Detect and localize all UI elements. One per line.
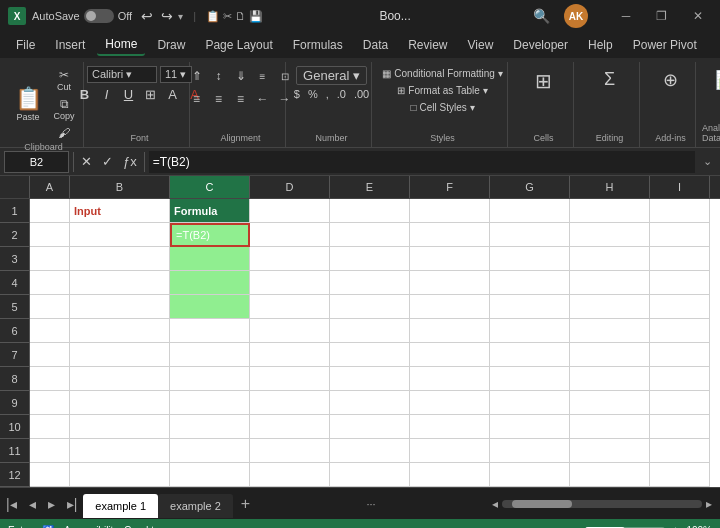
percent-button[interactable]: % <box>305 87 321 101</box>
function-wizard-button[interactable]: ƒx <box>120 154 140 169</box>
menu-draw[interactable]: Draw <box>149 35 193 55</box>
row-header-9[interactable]: 9 <box>0 391 30 415</box>
cell-a7[interactable] <box>30 343 70 367</box>
cell-c5[interactable] <box>170 295 250 319</box>
underline-button[interactable]: U <box>119 86 139 103</box>
cell-c6[interactable] <box>170 319 250 343</box>
more-commands[interactable]: ▾ <box>178 11 183 22</box>
cell-i6[interactable] <box>650 319 710 343</box>
zoom-in-button[interactable]: + <box>673 525 679 529</box>
cell-c12[interactable] <box>170 463 250 487</box>
cell-b12[interactable] <box>70 463 170 487</box>
cell-f11[interactable] <box>410 439 490 463</box>
cell-a9[interactable] <box>30 391 70 415</box>
conditional-formatting-button[interactable]: ▦ Conditional Formatting ▾ <box>377 66 507 81</box>
cell-e5[interactable] <box>330 295 410 319</box>
menu-help[interactable]: Help <box>580 35 621 55</box>
cell-e8[interactable] <box>330 367 410 391</box>
formula-expand-button[interactable]: ⌄ <box>699 155 716 168</box>
cell-i8[interactable] <box>650 367 710 391</box>
cell-d2[interactable] <box>250 223 330 247</box>
cell-d1[interactable] <box>250 199 330 223</box>
cell-d7[interactable] <box>250 343 330 367</box>
currency-button[interactable]: $ <box>291 87 303 101</box>
border-button[interactable]: ⊞ <box>141 86 161 103</box>
cell-i4[interactable] <box>650 271 710 295</box>
cell-g3[interactable] <box>490 247 570 271</box>
cell-e3[interactable] <box>330 247 410 271</box>
zoom-out-button[interactable]: − <box>571 525 577 529</box>
sheet-tab-example1[interactable]: example 1 <box>83 494 158 518</box>
row-header-12[interactable]: 12 <box>0 463 30 487</box>
cell-f9[interactable] <box>410 391 490 415</box>
menu-home[interactable]: Home <box>97 34 145 56</box>
formula-input[interactable] <box>149 151 695 173</box>
horizontal-scrollbar[interactable] <box>502 500 702 508</box>
menu-developer[interactable]: Developer <box>505 35 576 55</box>
col-header-b[interactable]: B <box>70 176 170 198</box>
cell-i11[interactable] <box>650 439 710 463</box>
col-header-e[interactable]: E <box>330 176 410 198</box>
cell-e2[interactable] <box>330 223 410 247</box>
scroll-right-button[interactable]: ▸ <box>706 497 712 511</box>
cell-a2[interactable] <box>30 223 70 247</box>
cell-a4[interactable] <box>30 271 70 295</box>
cell-h4[interactable] <box>570 271 650 295</box>
sheet-tab-example2[interactable]: example 2 <box>158 494 233 518</box>
cell-b10[interactable] <box>70 415 170 439</box>
cell-f6[interactable] <box>410 319 490 343</box>
cell-h1[interactable] <box>570 199 650 223</box>
row-header-7[interactable]: 7 <box>0 343 30 367</box>
cell-b3[interactable]: Quarter 2 <box>70 247 170 271</box>
cell-g6[interactable] <box>490 319 570 343</box>
cell-g12[interactable] <box>490 463 570 487</box>
cell-d5[interactable] <box>250 295 330 319</box>
editing-button[interactable]: Σ <box>592 66 628 93</box>
italic-button[interactable]: I <box>97 86 117 103</box>
sheet-tab-options[interactable]: ··· <box>358 498 383 510</box>
sheet-nav-prev[interactable]: ◂ <box>23 496 42 512</box>
confirm-formula-button[interactable]: ✓ <box>99 154 116 169</box>
cell-h5[interactable] <box>570 295 650 319</box>
menu-data[interactable]: Data <box>355 35 396 55</box>
cell-e7[interactable] <box>330 343 410 367</box>
menu-insert[interactable]: Insert <box>47 35 93 55</box>
cell-i12[interactable] <box>650 463 710 487</box>
scroll-left-button[interactable]: ◂ <box>492 497 498 511</box>
cell-f12[interactable] <box>410 463 490 487</box>
cell-a8[interactable] <box>30 367 70 391</box>
sheet-nav-last[interactable]: ▸| <box>61 496 84 512</box>
cell-d6[interactable] <box>250 319 330 343</box>
bold-button[interactable]: B <box>75 86 95 103</box>
cell-g4[interactable] <box>490 271 570 295</box>
cell-h10[interactable] <box>570 415 650 439</box>
cell-i5[interactable] <box>650 295 710 319</box>
menu-file[interactable]: File <box>8 35 43 55</box>
cell-h2[interactable] <box>570 223 650 247</box>
menu-view[interactable]: View <box>460 35 502 55</box>
fill-color-button[interactable]: A <box>163 86 183 103</box>
cell-a5[interactable] <box>30 295 70 319</box>
menu-page-layout[interactable]: Page Layout <box>197 35 280 55</box>
cell-a1[interactable] <box>30 199 70 223</box>
col-header-g[interactable]: G <box>490 176 570 198</box>
cell-b2[interactable]: Quarter 1 <box>70 223 170 247</box>
sheet-nav-first[interactable]: |◂ <box>0 496 23 512</box>
cell-b6[interactable] <box>70 319 170 343</box>
number-format-select[interactable]: General ▾ <box>296 66 367 85</box>
row-header-10[interactable]: 10 <box>0 415 30 439</box>
align-middle-button[interactable]: ↕ <box>209 66 229 86</box>
row-header-8[interactable]: 8 <box>0 367 30 391</box>
cell-f7[interactable] <box>410 343 490 367</box>
restore-button[interactable]: ❐ <box>648 6 676 26</box>
cell-a10[interactable] <box>30 415 70 439</box>
cell-i1[interactable] <box>650 199 710 223</box>
comma-button[interactable]: , <box>323 87 332 101</box>
scrollbar-thumb[interactable] <box>512 500 572 508</box>
row-header-2[interactable]: 2 <box>0 223 30 247</box>
row-header-1[interactable]: 1 <box>0 199 30 223</box>
cell-c1[interactable]: Formula <box>170 199 250 223</box>
cell-e6[interactable] <box>330 319 410 343</box>
col-header-h[interactable]: H <box>570 176 650 198</box>
col-header-a[interactable]: A <box>30 176 70 198</box>
